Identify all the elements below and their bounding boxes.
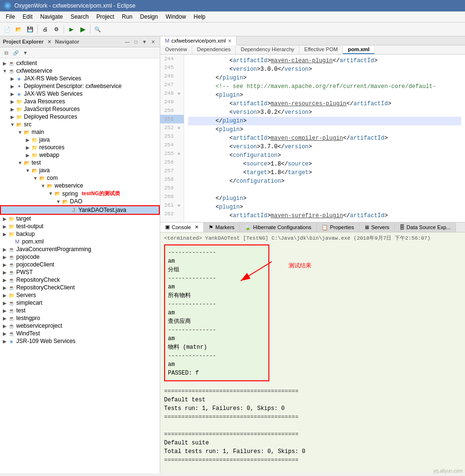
close-view-button[interactable]: ✕ [149,38,157,45]
menu-design[interactable]: Design [136,12,162,21]
open-button[interactable]: 📂 [13,24,24,34]
code-content[interactable]: <artifactId>maven-clean-plugin</artifact… [184,55,465,222]
tree-item-com[interactable]: ▼ 📂 com [0,174,160,182]
tree-item-javaconcurrent[interactable]: ▶ ☕ JavaConcurrentProgramming [0,245,160,253]
expand-arrow[interactable]: ▼ [17,160,23,166]
tree-item-pojocode[interactable]: ▶ ☕ pojocode [0,253,160,261]
tree-item-test[interactable]: ▼ 📂 test [0,159,160,166]
expand-arrow[interactable]: ▶ [2,331,8,336]
expand-arrow[interactable]: ▶ [2,308,8,313]
expand-arrow[interactable]: ▶ [2,61,8,66]
maven-tab-pomxml[interactable]: pom.xml [343,45,375,54]
expand-arrow[interactable]: ▶ [2,232,8,237]
tree-item-test2[interactable]: ▶ ☕ test [0,307,160,314]
tree-item-resources[interactable]: ▶ 📁 resources [0,144,160,151]
expand-arrow[interactable]: ▼ [55,199,61,204]
expand-arrow[interactable]: ▶ [2,316,8,321]
expand-arrow[interactable]: ▶ [2,255,8,260]
tree-item-jaxws[interactable]: ▶ ◈ JAX-WS Web Services [0,90,160,98]
menu-file[interactable]: File [2,12,19,21]
expand-arrow[interactable]: ▶ [10,91,15,97]
expand-arrow[interactable]: ▶ [2,293,8,298]
link-with-editor-button[interactable]: 🔗 [11,48,20,57]
view-menu-button[interactable]: ▼ [141,38,148,45]
expand-arrow[interactable]: ▶ [2,247,8,252]
tree-item-windtest[interactable]: ▶ ☕ WindTest [0,330,160,337]
tree-item-backup[interactable]: ▶ 📁 backup [0,230,160,238]
console-tab[interactable]: ▣ Console ✕ [160,222,204,232]
menu-navigate[interactable]: Navigate [36,12,66,21]
tree-item-servers[interactable]: ▶ 📁 Servers [0,291,160,299]
collapse-all-button[interactable]: ⊟ [2,48,11,57]
tree-item-src[interactable]: ▼ 📂 src [0,121,160,128]
tree-item-pwst[interactable]: ▶ ☕ PWST [0,268,160,276]
print-button[interactable]: 🖨 [40,24,50,34]
tree-item-spring[interactable]: ▼ 📂 spring testNG的测试类 [0,189,160,198]
expand-arrow[interactable]: ▶ [10,114,15,120]
maven-tab-dependencies[interactable]: Dependencies [192,45,236,54]
menu-help[interactable]: Help [190,12,210,21]
run-button[interactable]: ▶ [78,24,88,34]
close-icon[interactable]: ✕ [47,39,51,44]
tree-item-target[interactable]: ▶ 📁 target [0,215,160,222]
maximize-view-button[interactable]: □ [132,38,140,45]
menu-edit[interactable]: Edit [19,12,36,21]
tree-item-testoutput[interactable]: ▶ 📁 test-output [0,222,160,230]
tree-item-yankdaotest[interactable]: J YankDAOTest.java [0,205,160,215]
expand-arrow[interactable]: ▶ [25,145,31,150]
expand-arrow[interactable]: ▶ [10,99,15,104]
expand-arrow[interactable]: ▶ [10,76,15,81]
tree-item-repocheckclient[interactable]: ▶ ☕ RepositoryCheckClient [0,284,160,291]
expand-arrow[interactable]: ▶ [2,270,8,275]
tree-item-main[interactable]: ▼ 📂 main [0,128,160,136]
expand-arrow[interactable]: ▼ [25,168,31,173]
tree-item-dao[interactable]: ▼ 📂 DAO [0,198,160,205]
code-editor[interactable]: 244 245 246 247 248⊖ 249 250 251 252⊖ 25… [160,55,465,222]
debug-button[interactable]: ▶ [66,24,77,34]
menu-run[interactable]: Run [118,12,136,21]
tree-item-pomxml[interactable]: M pom.xml [0,238,160,245]
project-explorer-tab[interactable]: Project Explorer [3,39,44,44]
search-button[interactable]: 🔍 [92,24,103,34]
tree-item-cxfclient[interactable]: ▶ ☕ cxfclient [0,59,160,67]
tree-item-cxfwebservice[interactable]: ▼ ☕ cxfwebservice [0,67,160,75]
tree-item-testngpro[interactable]: ▶ ☕ testngpro [0,314,160,322]
properties-button[interactable]: ⚙ [51,24,62,34]
tree-item-webservice[interactable]: ▼ 📂 webservice [0,182,160,189]
menu-search[interactable]: Search [66,12,92,21]
tree-item-repocheck[interactable]: ▶ ☕ RepositoryCheck [0,276,160,284]
minimize-view-button[interactable]: — [123,38,131,45]
tree-item-deploydesc[interactable]: ▶ ✦ Deployment Descriptor: cxfwebservice [0,82,160,90]
expand-arrow[interactable]: ▶ [25,137,31,143]
expand-arrow[interactable]: ▶ [2,224,8,229]
tree-item-jsres[interactable]: ▶ 📁 JavaScript Resources [0,105,160,113]
expand-arrow[interactable]: ▼ [48,191,54,196]
console-tab-close[interactable]: ✕ [195,224,199,230]
tree-item-java-test[interactable]: ▼ 📂 java [0,166,160,174]
tree-item-webapp[interactable]: ▶ 📁 webapp [0,151,160,159]
view-menu-icon[interactable]: ▼ [21,48,30,57]
tree-item-deployed[interactable]: ▶ 📁 Deployed Resources [0,113,160,121]
editor-tab-close[interactable]: ✕ [228,38,232,44]
markers-tab[interactable]: ⚑ Markers [204,222,240,232]
tree-item-java-main[interactable]: ▶ 📁 java [0,136,160,144]
expand-arrow[interactable]: ▶ [2,323,8,329]
expand-arrow[interactable]: ▶ [25,153,31,158]
tree-item-jaxrs[interactable]: ▶ ◈ JAX-RS Web Services [0,75,160,82]
expand-arrow[interactable]: ▶ [10,84,15,89]
new-button[interactable]: 📄 [2,24,12,34]
expand-arrow[interactable]: ▶ [2,285,8,290]
expand-arrow[interactable]: ▼ [33,176,38,181]
expand-arrow[interactable]: ▼ [2,68,8,74]
tree-item-simplecart[interactable]: ▶ ☕ simplecart [0,299,160,307]
expand-arrow[interactable]: ▼ [17,130,23,135]
save-button[interactable]: 💾 [25,24,35,34]
datasource-tab[interactable]: 🗄 Data Source Exp... [395,222,456,232]
menu-window[interactable]: Window [162,12,190,21]
hibernate-tab[interactable]: 🍃 Hibernate Configurations [240,222,317,232]
tree-item-pojocodeclient[interactable]: ▶ ☕ pojocodeClient [0,261,160,268]
expand-arrow[interactable]: ▼ [40,183,46,188]
expand-arrow[interactable]: ▶ [2,339,8,344]
expand-arrow[interactable]: ▶ [2,216,8,221]
expand-arrow[interactable]: ▶ [2,262,8,267]
